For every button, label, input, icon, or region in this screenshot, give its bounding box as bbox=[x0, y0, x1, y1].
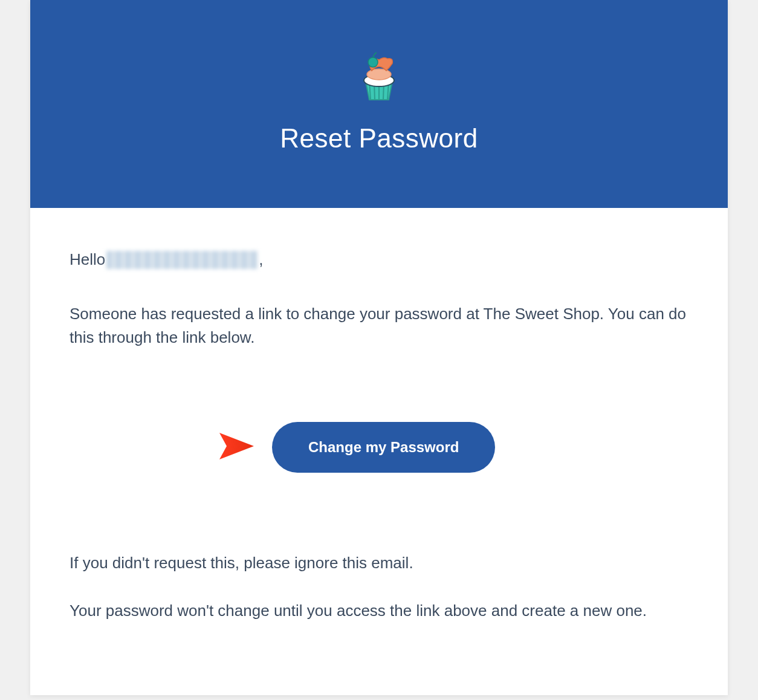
greeting-line: Hello , bbox=[70, 250, 688, 269]
greeting-prefix: Hello bbox=[70, 250, 105, 269]
svg-point-1 bbox=[367, 69, 391, 80]
change-password-button[interactable]: Change my Password bbox=[272, 422, 495, 473]
email-body: Hello , Someone has requested a link to … bbox=[30, 208, 728, 695]
annotation-arrow-icon bbox=[76, 422, 257, 473]
greeting-suffix: , bbox=[259, 250, 263, 269]
page-title: Reset Password bbox=[30, 123, 728, 154]
email-header: Reset Password bbox=[30, 0, 728, 208]
cta-row: Change my Password bbox=[70, 422, 688, 473]
ignore-paragraph: If you didn't request this, please ignor… bbox=[70, 551, 688, 575]
cupcake-logo-icon bbox=[349, 45, 409, 108]
redacted-recipient-email bbox=[106, 251, 258, 269]
svg-point-2 bbox=[368, 57, 378, 67]
email-container: Reset Password Hello , Someone has reque… bbox=[30, 0, 728, 695]
no-change-paragraph: Your password won't change until you acc… bbox=[70, 599, 688, 623]
svg-marker-4 bbox=[219, 433, 254, 459]
intro-paragraph: Someone has requested a link to change y… bbox=[70, 302, 688, 349]
